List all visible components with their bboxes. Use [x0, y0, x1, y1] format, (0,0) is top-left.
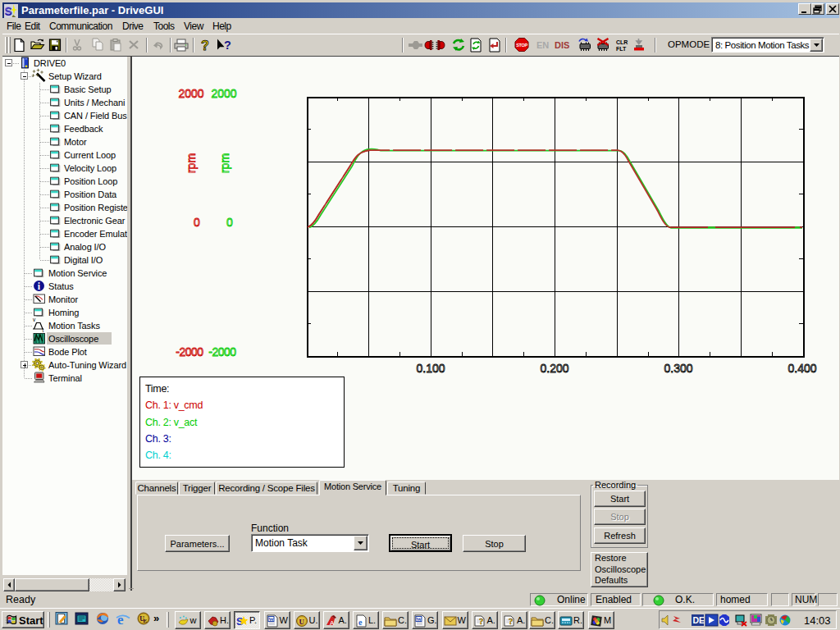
svg-text:CLR: CLR — [616, 39, 628, 45]
svg-text:-2000: -2000 — [176, 345, 203, 358]
svg-text:EN: EN — [536, 40, 549, 50]
svg-text:Digital I/O: Digital I/O — [64, 255, 103, 265]
svg-text:?: ? — [224, 39, 231, 52]
svg-text:CAN / Field Bus: CAN / Field Bus — [64, 111, 127, 121]
svg-text:Analog I/O: Analog I/O — [64, 242, 107, 252]
svg-text:DIS: DIS — [555, 40, 569, 50]
svg-text:Bode Plot: Bode Plot — [48, 347, 87, 357]
svg-text:Current Loop: Current Loop — [64, 150, 116, 160]
svg-text:rpm: rpm — [218, 153, 231, 173]
svg-text:?: ? — [201, 39, 209, 52]
svg-text:Status: Status — [48, 281, 74, 291]
svg-text:Oscilloscope: Oscilloscope — [48, 334, 98, 344]
svg-text:e: e — [117, 612, 124, 628]
svg-text:0: 0 — [194, 216, 200, 229]
svg-text:?: ? — [479, 616, 484, 626]
svg-text:Monitor: Monitor — [48, 294, 78, 304]
svg-text:2000: 2000 — [178, 87, 203, 100]
svg-text:S: S — [5, 4, 12, 16]
svg-text:DRIVE0: DRIVE0 — [34, 58, 66, 68]
svg-text:STOP: STOP — [516, 43, 527, 48]
svg-text:e: e — [358, 618, 363, 627]
svg-text:Motion Tasks: Motion Tasks — [48, 321, 100, 331]
svg-text:v: v — [33, 317, 36, 322]
svg-text:Position Data: Position Data — [64, 189, 117, 199]
svg-text:Position Loop: Position Loop — [64, 176, 117, 186]
svg-text:Units / Mechani: Units / Mechani — [64, 98, 125, 107]
svg-text:2000: 2000 — [211, 87, 236, 100]
svg-text:Setup Wizard: Setup Wizard — [48, 71, 102, 81]
svg-text:»: » — [153, 612, 159, 624]
svg-text:?: ? — [509, 616, 514, 626]
svg-text:Auto-Tuning Wizard: Auto-Tuning Wizard — [48, 360, 126, 370]
svg-text:Terminal: Terminal — [48, 373, 82, 383]
svg-text:DE: DE — [693, 615, 705, 625]
svg-text:Motor: Motor — [64, 137, 87, 147]
svg-text:FLT: FLT — [616, 46, 627, 52]
svg-text:E: E — [144, 618, 148, 624]
svg-text:Homing: Homing — [48, 308, 79, 317]
svg-text:0: 0 — [226, 216, 233, 229]
svg-text:A: A — [330, 619, 335, 627]
svg-text:Encoder Emulat: Encoder Emulat — [64, 229, 127, 239]
svg-text:Motion Service: Motion Service — [48, 268, 107, 278]
svg-text:0.100: 0.100 — [416, 362, 445, 375]
svg-text:Basic Setup: Basic Setup — [64, 84, 112, 94]
svg-text:-2000: -2000 — [208, 345, 236, 358]
svg-text:U: U — [299, 618, 304, 626]
svg-text:rpm: rpm — [185, 153, 198, 173]
svg-text:0.400: 0.400 — [788, 362, 816, 375]
svg-text:W: W — [268, 616, 274, 622]
svg-text:Feedback: Feedback — [64, 124, 103, 134]
svg-text:W: W — [417, 616, 422, 622]
svg-text:0.200: 0.200 — [540, 362, 568, 375]
svg-text:0.300: 0.300 — [664, 362, 692, 375]
svg-text:Electronic Gear: Electronic Gear — [64, 216, 126, 226]
svg-text:Position Registe: Position Registe — [64, 203, 127, 212]
svg-text:Velocity Loop: Velocity Loop — [64, 163, 116, 173]
